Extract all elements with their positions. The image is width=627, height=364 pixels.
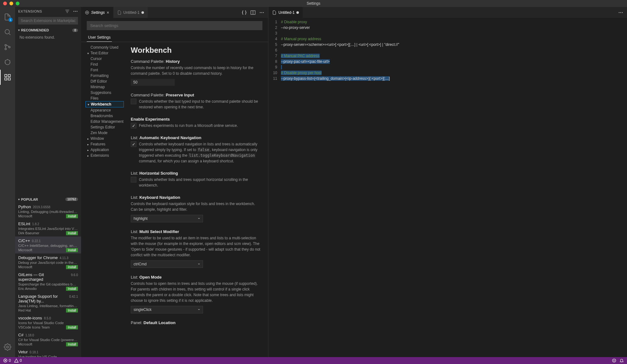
code-line[interactable]: # Manual proxy address — [281, 36, 627, 42]
source-control-icon[interactable] — [0, 40, 15, 55]
bell-icon[interactable] — [619, 358, 624, 363]
toc-item[interactable]: Suggestions — [85, 90, 124, 95]
more-icon[interactable] — [73, 9, 78, 14]
tab-settings[interactable]: Settings × — [81, 7, 113, 18]
toc-item[interactable]: Files — [85, 95, 124, 101]
search-icon[interactable] — [0, 24, 15, 40]
explorer-icon[interactable]: 1 — [0, 9, 15, 24]
install-button[interactable]: Install — [66, 265, 78, 269]
extension-search-input[interactable] — [18, 17, 78, 24]
keynav-select[interactable]: highlight — [131, 215, 203, 222]
install-button[interactable]: Install — [66, 214, 78, 218]
toc-item[interactable]: ▾Text Editor — [85, 50, 124, 56]
code-line[interactable]: --no-proxy-server — [281, 25, 627, 30]
extension-item[interactable]: GitLens — Git supercharged9.6.0Superchar… — [15, 270, 81, 292]
minimap[interactable] — [602, 18, 627, 357]
install-button[interactable]: Install — [66, 287, 78, 291]
code-line[interactable] — [281, 30, 627, 36]
extension-item[interactable]: Language Support for Java(TM) by...0.42.… — [15, 292, 81, 314]
toc-item[interactable]: Settings Editor — [85, 124, 124, 130]
code-line[interactable]: # Manual PAC address — [281, 53, 627, 59]
more-icon[interactable] — [618, 10, 623, 15]
toc-item[interactable]: Cursor — [85, 56, 124, 62]
settings-search-input[interactable] — [87, 21, 262, 30]
json-icon[interactable] — [242, 10, 247, 15]
preserve-checkbox[interactable] — [131, 99, 136, 104]
ext-name: Debugger for Chrome — [18, 255, 58, 260]
extensions-icon[interactable] — [0, 70, 15, 85]
extension-item[interactable]: C/C++0.22.1C/C++ IntelliSense, debugging… — [15, 236, 81, 253]
toc-item[interactable]: Font — [85, 67, 124, 73]
toc-item[interactable]: Commonly Used — [85, 45, 124, 50]
section-recommended[interactable]: ▾ RECOMMENDED 0 — [15, 27, 81, 33]
svg-point-15 — [7, 346, 8, 348]
install-button[interactable]: Install — [66, 308, 78, 312]
svg-rect-12 — [8, 74, 10, 77]
multisel-select[interactable]: ctrlCmd — [131, 260, 203, 268]
setting-history: Command Palette: History Controls the nu… — [131, 59, 261, 86]
install-button[interactable]: Install — [66, 231, 78, 235]
debug-icon[interactable] — [0, 55, 15, 70]
ext-desc: C# for Visual Studio Code (powered by Om… — [18, 338, 78, 342]
close-window-button[interactable] — [3, 2, 7, 5]
extension-item[interactable]: Debugger for Chrome4.11.3Debug your Java… — [15, 253, 81, 270]
code-line[interactable]: --proxy-pac-url=<pac-file-url> — [281, 59, 627, 64]
install-button[interactable]: Install — [66, 342, 78, 346]
minimize-window-button[interactable] — [9, 2, 13, 5]
extension-item[interactable]: vscode-icons8.5.0Icons for Visual Studio… — [15, 314, 81, 331]
window-controls — [0, 2, 19, 5]
experiments-checkbox[interactable]: ✓ — [131, 123, 136, 128]
status-warnings[interactable]: 0 — [14, 358, 22, 363]
extension-item[interactable]: ESLint1.8.2Integrates ESLint JavaScript … — [15, 220, 81, 236]
extension-item[interactable]: Python2019.3.6558Linting, Debugging (mul… — [15, 203, 81, 220]
install-button[interactable]: Install — [66, 325, 78, 329]
tab-untitled[interactable]: Untitled-1 — [113, 7, 148, 18]
settings-gear-icon[interactable] — [0, 340, 15, 355]
extension-item[interactable]: C#1.18.0C# for Visual Studio Code (power… — [15, 331, 81, 348]
toc-item[interactable]: ▸Application — [85, 147, 124, 153]
extension-search — [18, 17, 78, 24]
filter-icon[interactable] — [65, 9, 70, 14]
toc-item[interactable]: Formatting — [85, 73, 124, 79]
settings-scope-tab[interactable]: User Settings — [87, 33, 112, 42]
code-line[interactable]: --proxy-server=<scheme>=<uri>[:<port>][;… — [281, 42, 627, 47]
line-number: 6 — [268, 47, 277, 53]
feedback-icon[interactable] — [612, 358, 616, 363]
toc-item[interactable]: ▸Features — [85, 141, 124, 147]
toc-item[interactable]: ▸Window — [85, 136, 124, 141]
toc-item[interactable]: Minimap — [85, 84, 124, 90]
code-line[interactable] — [281, 64, 627, 70]
toc-item[interactable]: Diff Editor — [85, 79, 124, 84]
settings-content[interactable]: Workbench Command Palette: History Contr… — [124, 42, 268, 357]
maximize-window-button[interactable] — [16, 2, 19, 5]
toc-item[interactable]: Breadcrumbs — [85, 113, 124, 119]
code-line[interactable]: # Disable proxy per host — [281, 70, 627, 76]
split-editor-icon[interactable] — [250, 10, 256, 15]
history-input[interactable] — [131, 79, 175, 86]
status-errors[interactable]: 0 — [3, 358, 11, 363]
code-line[interactable]: # Disable proxy — [281, 19, 627, 25]
line-number: 9 — [268, 64, 277, 70]
tab-untitled-right[interactable]: Untitled-1 — [268, 7, 303, 18]
toc-item[interactable]: Find — [85, 62, 124, 67]
more-icon[interactable] — [259, 10, 264, 15]
code-line[interactable] — [281, 47, 627, 53]
close-icon[interactable]: × — [107, 10, 109, 15]
autonav-checkbox[interactable]: ✓ — [131, 141, 136, 147]
code-body[interactable]: 1234567891011 # Disable proxy--no-proxy-… — [268, 18, 627, 357]
section-popular[interactable]: ▾ POPULAR 10762 — [15, 196, 81, 203]
toc-item[interactable]: Zen Mode — [85, 130, 124, 136]
code-line[interactable]: --proxy-bypass-list=(<trailing_domain>|<… — [281, 76, 627, 81]
toc-item[interactable]: Appearance — [85, 107, 124, 113]
install-button[interactable]: Install — [66, 248, 78, 252]
hscroll-checkbox[interactable] — [131, 177, 136, 182]
toc-item[interactable]: ▾Workbench — [85, 101, 124, 107]
toc-item[interactable]: ▸Extensions — [85, 153, 124, 158]
openmode-select[interactable]: singleClick — [131, 306, 203, 313]
code-lines[interactable]: # Disable proxy--no-proxy-server # Manua… — [281, 18, 627, 357]
ext-desc: Linting, Debugging (multi-threaded, remo… — [18, 210, 78, 214]
extension-item[interactable]: Vetur0.18.1Vue tooling for VS CodePine W… — [15, 348, 81, 357]
toc-item[interactable]: Editor Management — [85, 119, 124, 124]
chevron-down-icon: ▾ — [18, 29, 20, 32]
line-number: 7 — [268, 53, 277, 59]
